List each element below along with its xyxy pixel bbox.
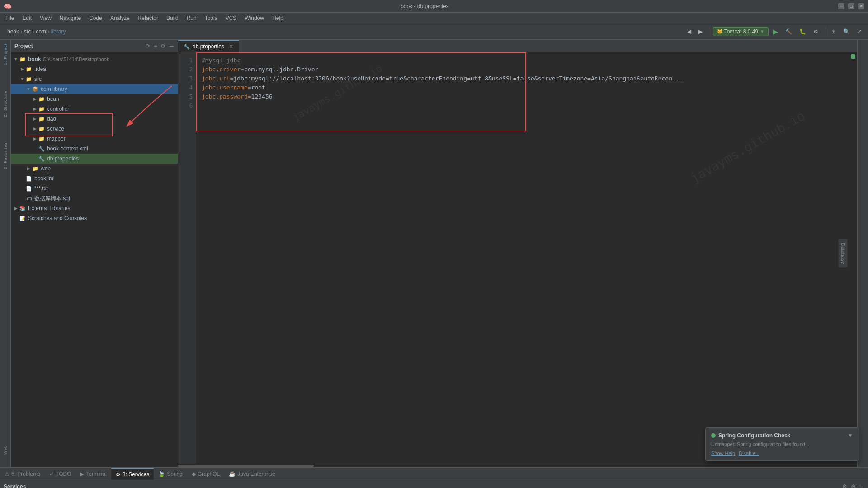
menu-item-navigate[interactable]: Navigate — [56, 14, 85, 22]
tree-item-scratches[interactable]: 📝 Scratches and Consoles — [11, 213, 178, 223]
tree-item-mapper[interactable]: ▶ 📁 mapper — [11, 134, 178, 144]
nav-back-button[interactable]: ◀ — [684, 27, 694, 36]
folder-icon: 📁 — [32, 165, 39, 172]
tree-item-service[interactable]: ▶ 📁 service — [11, 124, 178, 134]
tree-arrow: ▶ — [32, 116, 38, 122]
expand-button[interactable]: ⤢ — [854, 27, 864, 36]
tab-label: Terminal — [86, 471, 106, 477]
tab-services[interactable]: ⚙ 8: Services — [111, 468, 154, 480]
tab-label: Spring — [167, 471, 183, 477]
notification-popup: Spring Configuration Check ▼ Unmapped Sp… — [705, 427, 859, 461]
line-num-2: 2 — [178, 65, 196, 74]
spring-indicator — [711, 433, 716, 438]
nav-forward-button[interactable]: ▶ — [696, 27, 705, 36]
tab-label: GraphQL — [198, 471, 220, 477]
editor-container: 1 2 3 4 5 6 #mysql jdbc jdbc.driver=com.… — [178, 52, 857, 464]
close-tab-icon[interactable]: ✕ — [229, 43, 233, 50]
web-icon[interactable]: Web — [2, 443, 9, 456]
menu-item-window[interactable]: Window — [241, 14, 268, 22]
code-line-2: jdbc.driver=com.mysql.jdbc.Driver — [202, 65, 844, 74]
comment-text: #mysql jdbc — [202, 57, 241, 64]
tab-problems[interactable]: ⚠ 6: Problems — [0, 468, 45, 480]
menu-item-analyze[interactable]: Analyze — [107, 14, 133, 22]
xml-icon: 🔧 — [38, 145, 45, 152]
line-num-4: 4 — [178, 83, 196, 92]
structure-icon[interactable]: Z: Structure — [2, 89, 9, 119]
favorites-icon[interactable]: 2: Favorites — [2, 141, 9, 171]
properties-icon: 🔧 — [38, 155, 45, 162]
disable-link[interactable]: Disable... — [739, 450, 760, 456]
editor-tab-db-properties[interactable]: 🔧 db.properties ✕ — [178, 40, 239, 52]
sync-icon[interactable]: ⟳ — [145, 42, 151, 50]
tab-spring[interactable]: 🍃 Spring — [154, 468, 187, 480]
build-button[interactable]: 🔨 — [783, 27, 795, 36]
notification-chevron[interactable]: ▼ — [848, 432, 853, 439]
folder-icon: 📁 — [25, 75, 33, 83]
tree-item-dao[interactable]: ▶ 📁 dao — [11, 114, 178, 124]
tab-todo[interactable]: ✓ TODO — [45, 468, 75, 480]
database-panel-tab[interactable]: Database — [838, 239, 847, 267]
settings-button[interactable]: ⚙ — [811, 27, 821, 36]
tree-arrow: ▶ — [13, 205, 19, 211]
menu-item-vcs[interactable]: VCS — [222, 14, 241, 22]
tree-item-web[interactable]: ▶ 📁 web — [11, 164, 178, 174]
code-editor[interactable]: #mysql jdbc jdbc.driver=com.mysql.jdbc.D… — [196, 52, 849, 464]
menu-item-edit[interactable]: Edit — [19, 14, 35, 22]
menu-item-file[interactable]: File — [2, 14, 18, 22]
tree-label: service — [47, 126, 64, 132]
services-hide-icon[interactable]: ─ — [859, 483, 864, 488]
tree-item-book[interactable]: ▼ 📁 book C:\Users\51414\Desktop\book — [11, 54, 178, 64]
close-button[interactable]: ✕ — [858, 3, 864, 9]
folder-icon: 📁 — [38, 95, 45, 103]
tree-item-db-properties[interactable]: 🔧 db.properties — [11, 154, 178, 164]
scroll-thumb[interactable] — [178, 465, 314, 467]
editor-scrollbar[interactable] — [178, 464, 857, 467]
scratch-icon: 📝 — [19, 215, 26, 222]
tree-item-com-library[interactable]: ▼ 📦 com.library — [11, 84, 178, 94]
tree-item-src[interactable]: ▼ 📁 src — [11, 74, 178, 84]
show-help-link[interactable]: Show Help — [711, 450, 735, 456]
tree-item-txt[interactable]: 📄 ***.txt — [11, 183, 178, 193]
tab-terminal[interactable]: ▶ Terminal — [75, 468, 111, 480]
menu-item-code[interactable]: Code — [85, 14, 106, 22]
menu-item-run[interactable]: Run — [183, 14, 200, 22]
tree-label: Scratches and Consoles — [28, 215, 87, 221]
settings-icon[interactable]: ⚙ — [160, 42, 166, 50]
git-button[interactable]: ⊞ — [829, 27, 839, 36]
tab-graphql[interactable]: ◆ GraphQL — [187, 468, 224, 480]
menu-item-help[interactable]: Help — [269, 14, 287, 22]
tree-label: web — [41, 165, 51, 172]
services-settings-icon[interactable]: ⚙ — [850, 483, 857, 488]
tree-item-bean[interactable]: ▶ 📁 bean — [11, 94, 178, 104]
tree-item-idea[interactable]: ▶ 📁 .idea — [11, 64, 178, 74]
project-icon[interactable]: 1: Project — [2, 42, 9, 67]
tree-item-book-context[interactable]: 🔧 book-context.xml — [11, 144, 178, 154]
minimize-button[interactable]: ─ — [838, 3, 844, 9]
tree-item-controller[interactable]: ▶ 📁 controller — [11, 104, 178, 114]
menu-item-refactor[interactable]: Refactor — [134, 14, 162, 22]
collapse-icon[interactable]: ≡ — [153, 42, 158, 50]
menu-item-tools[interactable]: Tools — [201, 14, 221, 22]
library-icon: 📚 — [19, 205, 26, 212]
services-icon: ⚙ — [116, 471, 121, 478]
tree-item-sql[interactable]: 🗃 数据库脚本.sql — [11, 193, 178, 203]
project-panel: Project ⟳ ≡ ⚙ ─ ▼ 📁 book C:\Users\51414\… — [11, 40, 178, 467]
maximize-button[interactable]: □ — [848, 3, 854, 9]
debug-button[interactable]: 🐛 — [797, 27, 809, 36]
tree-label: controller — [47, 106, 69, 112]
menu-item-view[interactable]: View — [36, 14, 55, 22]
run-config-selector[interactable]: 🐱 Tomcat 8.0.49 ▼ — [713, 27, 769, 36]
code-line-1: #mysql jdbc — [202, 56, 844, 65]
folder-icon: 📁 — [38, 125, 45, 132]
hide-panel-icon[interactable]: ─ — [168, 42, 174, 50]
tree-item-external-libraries[interactable]: ▶ 📚 External Libraries — [11, 203, 178, 213]
iml-icon: 📄 — [25, 175, 33, 182]
window-title: book - db.properties — [11, 3, 838, 9]
tree-item-book-iml[interactable]: 📄 book.iml — [11, 174, 178, 183]
menu-item-build[interactable]: Build — [163, 14, 182, 22]
services-gear-icon[interactable]: ⚙ — [841, 483, 848, 488]
run-button[interactable]: ▶ — [770, 27, 781, 37]
tab-java-enterprise[interactable]: ☕ Java Enterprise — [224, 468, 279, 480]
search-button[interactable]: 🔍 — [840, 27, 853, 36]
tab-label: 6: Problems — [11, 471, 40, 477]
